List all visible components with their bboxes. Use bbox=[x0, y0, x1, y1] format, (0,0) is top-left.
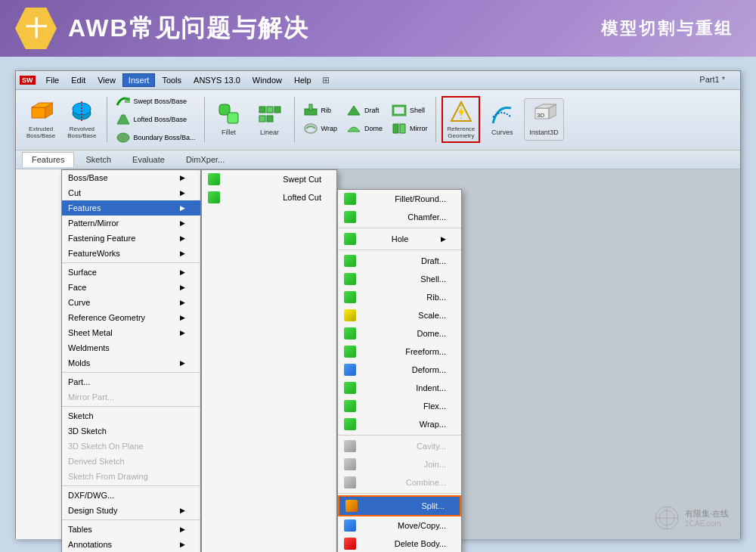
tab-dimxpert[interactable]: DimXper... bbox=[176, 152, 234, 167]
lofted-boss-label: Lofted Boss/Base bbox=[134, 116, 187, 123]
fillet-label: Fillet bbox=[222, 129, 236, 137]
menu-fastening[interactable]: Fastening Feature▶ bbox=[62, 231, 200, 246]
menu-design-study[interactable]: Design Study▶ bbox=[62, 503, 200, 518]
feat-freeform[interactable]: Freeform... bbox=[338, 343, 461, 361]
toolbar-swept-boss[interactable]: Swept Boss/Base bbox=[113, 93, 199, 110]
feat-deform[interactable]: Deform... bbox=[338, 361, 461, 379]
revolved-boss-label: RevolvedBoss/Base bbox=[67, 126, 96, 140]
toolbar-rib[interactable]: Rib bbox=[300, 102, 340, 119]
feat-delete-body[interactable]: Delete Body... bbox=[338, 535, 461, 553]
feat-fillet-round[interactable]: Fillet/Round... bbox=[338, 190, 461, 208]
menu-molds[interactable]: Molds▶ bbox=[62, 355, 200, 371]
menu-dxf[interactable]: DXF/DWG... bbox=[62, 488, 200, 503]
menu-window[interactable]: Window bbox=[247, 74, 287, 86]
feat-chamfer[interactable]: Chamfer... bbox=[338, 208, 461, 226]
sep-1 bbox=[62, 262, 200, 263]
main-toolbar: ExtrudedBoss/Base RevolvedBoss/Base bbox=[16, 90, 740, 150]
feat-scale[interactable]: Scale... bbox=[338, 306, 461, 324]
extruded-boss-label: ExtrudedBoss/Base bbox=[26, 126, 55, 140]
toolbar-mirror[interactable]: Mirror bbox=[389, 120, 431, 137]
menu-featureworks[interactable]: FeatureWorks▶ bbox=[62, 246, 200, 261]
draft-dome-group: Draft Dome bbox=[343, 102, 386, 137]
feat-draft-icon bbox=[344, 255, 356, 267]
feat-dome[interactable]: Dome... bbox=[338, 324, 461, 343]
menu-cut[interactable]: Cut▶ bbox=[62, 185, 200, 200]
menu-annotations[interactable]: Annotations▶ bbox=[62, 537, 200, 552]
menu-face[interactable]: Face▶ bbox=[62, 280, 200, 295]
menu-sketch[interactable]: Sketch bbox=[62, 408, 200, 423]
toolbar-boundary-boss[interactable]: Boundary Boss/Ba... bbox=[113, 129, 199, 146]
swept-boss-icon bbox=[116, 94, 131, 109]
toolbar-ref-geom[interactable]: ReferenceGeometry bbox=[442, 96, 480, 144]
sep-2 bbox=[62, 372, 200, 373]
toolbar-linear[interactable]: Linear bbox=[251, 99, 289, 140]
feat-freeform-icon bbox=[344, 346, 356, 358]
dome-icon bbox=[346, 121, 361, 136]
feat-wrap[interactable]: Wrap... bbox=[338, 415, 461, 433]
menu-part[interactable]: Part... bbox=[62, 374, 200, 389]
menu-pattern-mirror[interactable]: Pattern/Mirror▶ bbox=[62, 216, 200, 231]
feat-split[interactable]: Split... bbox=[338, 495, 461, 516]
svg-rect-12 bbox=[267, 107, 273, 113]
submenu-swept-cut[interactable]: Swept Cut bbox=[202, 170, 336, 188]
toolbar-shell[interactable]: Shell bbox=[389, 102, 431, 119]
toolbar-extruded-boss[interactable]: ExtrudedBoss/Base bbox=[22, 97, 60, 143]
menu-tools[interactable]: Tools bbox=[156, 74, 187, 86]
toolbar-lofted-boss[interactable]: Lofted Boss/Base bbox=[113, 111, 199, 128]
boss-group: Swept Boss/Base Lofted Boss/Base bbox=[113, 93, 199, 146]
linear-icon bbox=[258, 102, 282, 126]
lofted-boss-icon bbox=[116, 112, 131, 127]
feat-delete-body-icon bbox=[344, 538, 356, 550]
feat-rib[interactable]: Rib... bbox=[338, 288, 461, 306]
menu-features[interactable]: Features▶ bbox=[62, 200, 200, 216]
feat-move-copy-icon bbox=[344, 519, 356, 532]
feat-hole[interactable]: Hole▶ bbox=[338, 230, 461, 248]
menu-sketch-drawing: Sketch From Drawing bbox=[62, 469, 200, 484]
toolbar-curves[interactable]: Curves bbox=[483, 99, 521, 140]
feat-indent[interactable]: Indent... bbox=[338, 379, 461, 397]
feat-join-icon bbox=[344, 458, 356, 470]
separator-4 bbox=[435, 97, 436, 142]
menu-edit[interactable]: Edit bbox=[66, 74, 91, 86]
shell-mirror-group: Shell Mirror bbox=[389, 102, 431, 137]
lofted-cut-icon bbox=[208, 191, 220, 203]
submenu-lofted-cut[interactable]: Lofted Cut bbox=[202, 188, 336, 206]
toolbar-instant3d[interactable]: 3D Instant3D bbox=[524, 98, 564, 141]
boss-base-submenu: Swept Cut Lofted Cut bbox=[201, 169, 337, 553]
menu-tables[interactable]: Tables▶ bbox=[62, 522, 200, 537]
dome-label: Dome bbox=[364, 125, 383, 132]
toolbar-revolved-boss[interactable]: RevolvedBoss/Base bbox=[63, 97, 101, 143]
fsep-1 bbox=[338, 228, 461, 228]
menu-help[interactable]: Help bbox=[289, 74, 317, 86]
tab-features[interactable]: Features bbox=[22, 152, 74, 167]
menu-ansys[interactable]: ANSYS 13.0 bbox=[188, 74, 246, 86]
svg-rect-15 bbox=[267, 116, 273, 122]
boundary-boss-label: Boundary Boss/Ba... bbox=[134, 134, 196, 141]
curves-label: Curves bbox=[491, 129, 513, 137]
extruded-boss-icon bbox=[29, 100, 53, 124]
menu-surface[interactable]: Surface▶ bbox=[62, 265, 200, 280]
menu-view[interactable]: View bbox=[92, 74, 121, 86]
toolbar-dome[interactable]: Dome bbox=[343, 120, 386, 137]
menu-boss-base[interactable]: Boss/Base▶ bbox=[62, 170, 200, 185]
toolbar-fillet[interactable]: Fillet bbox=[210, 99, 248, 140]
header-title: AWB常见问题与解决 bbox=[68, 12, 309, 45]
menu-curve[interactable]: Curve▶ bbox=[62, 295, 200, 310]
menu-file[interactable]: File bbox=[41, 74, 65, 86]
menu-3d-sketch[interactable]: 3D Sketch bbox=[62, 423, 200, 439]
menu-weldments[interactable]: Weldments bbox=[62, 340, 200, 355]
feat-shell[interactable]: Shell... bbox=[338, 270, 461, 288]
feat-flex[interactable]: Flex... bbox=[338, 397, 461, 415]
insert-dropdown: Boss/Base▶ Cut▶ Features▶ Pattern/Mirror… bbox=[61, 169, 201, 553]
fsep-3 bbox=[338, 435, 461, 436]
menu-insert[interactable]: Insert bbox=[122, 73, 156, 87]
feat-move-copy[interactable]: Move/Copy... bbox=[338, 516, 461, 535]
menu-reference-geometry[interactable]: Reference Geometry▶ bbox=[62, 310, 200, 325]
menu-sheet-metal[interactable]: Sheet Metal▶ bbox=[62, 325, 200, 340]
toolbar-wrap[interactable]: Wrap bbox=[300, 120, 340, 137]
feat-draft[interactable]: Draft... bbox=[338, 252, 461, 270]
feat-cavity-icon bbox=[344, 440, 356, 452]
tab-evaluate[interactable]: Evaluate bbox=[122, 152, 175, 167]
toolbar-draft[interactable]: Draft bbox=[343, 102, 386, 119]
tab-sketch[interactable]: Sketch bbox=[76, 152, 121, 167]
